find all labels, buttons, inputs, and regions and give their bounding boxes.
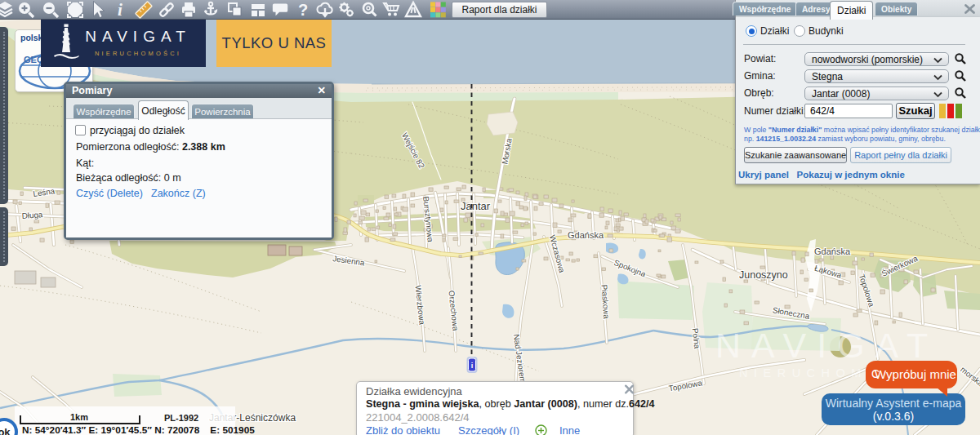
svg-text:1km: 1km (70, 412, 88, 422)
svg-text:PL-1992: PL-1992 (164, 413, 198, 423)
svg-text:i: i (118, 0, 122, 20)
svg-text:?: ? (298, 1, 308, 19)
svg-text:ok: ok (0, 426, 11, 435)
svg-text:NAVIGAT: NAVIGAT (715, 326, 938, 365)
svg-text:Gdańska: Gdańska (814, 246, 851, 256)
svg-text:Jantar: Jantar (461, 200, 491, 212)
svg-text:i: i (471, 362, 474, 370)
svg-text:N: 54°20′41.3″ E: 19°01′45.5″: N: 54°20′41.3″ E: 19°01′45.5″ N: 720078 … (22, 424, 255, 435)
svg-text:Junoszyno: Junoszyno (739, 269, 788, 281)
svg-text:Gdańska: Gdańska (568, 230, 604, 240)
svg-text:Długa: Długa (21, 210, 43, 220)
